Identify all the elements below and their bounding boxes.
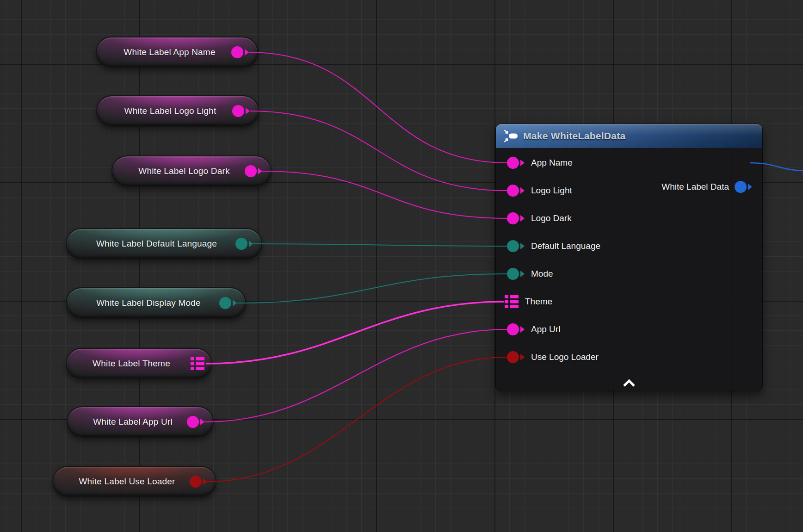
pin-arrow bbox=[246, 108, 250, 114]
variable-node-label: White Label Display Mode bbox=[96, 298, 201, 308]
input-pin-label: Logo Light bbox=[531, 186, 572, 196]
pin-dot bbox=[187, 416, 199, 428]
pin-arrow bbox=[249, 241, 253, 247]
pin-icon[interactable] bbox=[507, 185, 525, 197]
make-whitelabeldata-node[interactable]: Make WhiteLabelData White Label Data App… bbox=[496, 124, 762, 391]
input-pin-label: Mode bbox=[531, 269, 553, 279]
pin-icon[interactable] bbox=[507, 157, 525, 169]
variable-node-label: White Label Theme bbox=[93, 359, 170, 369]
output-pin-row: White Label Data bbox=[661, 173, 752, 201]
pin-dot bbox=[219, 297, 231, 309]
variable-node-white-label-app-url[interactable]: White Label App Url bbox=[67, 406, 214, 438]
pin-icon[interactable] bbox=[187, 416, 204, 428]
input-pin-row-default-language: Default Language bbox=[496, 232, 762, 260]
pin-arrow bbox=[203, 478, 207, 485]
output-pin-label: White Label Data bbox=[661, 182, 729, 192]
variable-node-label: White Label Logo Light bbox=[124, 106, 216, 116]
wire[interactable] bbox=[250, 111, 507, 191]
pin-icon[interactable] bbox=[507, 212, 525, 224]
blueprint-graph-canvas[interactable]: White Label App Name White Label Logo Li… bbox=[0, 0, 803, 532]
input-pin-row-app-url: App Url bbox=[496, 315, 762, 343]
input-pin-label: App Name bbox=[531, 158, 573, 168]
variable-node-white-label-display-mode[interactable]: White Label Display Mode bbox=[66, 287, 246, 319]
pin-dot bbox=[232, 105, 244, 117]
pin-dot bbox=[507, 212, 519, 224]
pin-dot bbox=[235, 238, 247, 250]
pin-dot bbox=[507, 323, 519, 335]
input-pin-label: Logo Dark bbox=[531, 213, 572, 223]
pin-dot bbox=[507, 268, 519, 280]
pin-icon[interactable] bbox=[507, 323, 525, 335]
input-pin-row-use-logo-loader: Use Logo Loader bbox=[496, 343, 762, 371]
map-pin-icon[interactable] bbox=[505, 295, 519, 309]
wire[interactable] bbox=[206, 302, 504, 364]
pin-arrow bbox=[520, 354, 525, 360]
wire[interactable] bbox=[249, 52, 507, 163]
pin-arrow bbox=[200, 419, 204, 425]
variable-node-white-label-use-loader[interactable]: White Label Use Loader bbox=[52, 466, 216, 497]
wire[interactable] bbox=[253, 244, 507, 246]
variable-node-label: White Label Logo Dark bbox=[138, 166, 229, 176]
variable-node-white-label-logo-dark[interactable]: White Label Logo Dark bbox=[111, 155, 272, 187]
pin-icon[interactable] bbox=[245, 165, 262, 177]
variable-node-label: White Label Use Loader bbox=[79, 476, 175, 487]
pin-arrow bbox=[520, 326, 525, 333]
variable-node-label: White Label App Url bbox=[93, 417, 173, 427]
pin-arrow bbox=[520, 160, 525, 166]
pin-arrow bbox=[520, 243, 525, 249]
chevron-up-icon bbox=[621, 379, 637, 387]
pin-arrow bbox=[520, 187, 525, 194]
variable-node-white-label-logo-light[interactable]: White Label Logo Light bbox=[96, 95, 259, 127]
input-pin-row-logo-dark: Logo Dark bbox=[496, 204, 762, 232]
pin-dot bbox=[190, 476, 202, 488]
wire[interactable] bbox=[207, 357, 507, 482]
pin-icon[interactable] bbox=[219, 297, 237, 309]
input-pin-label: Use Logo Loader bbox=[531, 352, 599, 362]
output-pin[interactable] bbox=[735, 181, 752, 193]
pin-icon[interactable] bbox=[235, 238, 253, 250]
wire[interactable] bbox=[204, 329, 507, 422]
variable-node-white-label-app-name[interactable]: White Label App Name bbox=[96, 37, 258, 68]
input-pin-row-mode: Mode bbox=[496, 260, 762, 288]
pin-dot bbox=[507, 157, 519, 169]
wire[interactable] bbox=[237, 274, 507, 303]
pin-arrow bbox=[520, 215, 525, 222]
variable-node-white-label-default-language[interactable]: White Label Default Language bbox=[66, 228, 262, 260]
pin-icon[interactable] bbox=[507, 351, 525, 363]
variable-node-label: White Label Default Language bbox=[96, 239, 217, 249]
pin-arrow bbox=[245, 49, 249, 56]
input-pin-row-theme: Theme bbox=[496, 288, 762, 315]
wire[interactable] bbox=[262, 171, 507, 218]
pin-dot bbox=[231, 46, 243, 58]
pin-dot bbox=[507, 240, 519, 252]
pin-icon[interactable] bbox=[232, 105, 250, 117]
pin-icon[interactable] bbox=[507, 240, 525, 252]
pin-icon[interactable] bbox=[231, 46, 249, 58]
input-pin-row-app-name: App Name bbox=[496, 149, 762, 177]
pin-arrow bbox=[233, 300, 237, 306]
input-pin-label: Default Language bbox=[531, 241, 600, 251]
make-node-header[interactable]: Make WhiteLabelData bbox=[496, 124, 762, 148]
pin-dot bbox=[245, 165, 257, 177]
variable-node-label: White Label App Name bbox=[124, 47, 215, 57]
input-pin-label: App Url bbox=[531, 324, 560, 334]
pin-arrow bbox=[258, 168, 262, 174]
make-struct-icon bbox=[503, 130, 518, 142]
make-node-title: Make WhiteLabelData bbox=[523, 130, 626, 142]
pin-icon[interactable] bbox=[507, 268, 525, 280]
map-pin-icon[interactable] bbox=[191, 357, 204, 371]
pin-arrow bbox=[520, 271, 525, 277]
variable-node-white-label-theme[interactable]: White Label Theme bbox=[66, 348, 212, 379]
pin-icon[interactable] bbox=[190, 476, 207, 488]
input-pin-label: Theme bbox=[525, 297, 552, 307]
pin-dot bbox=[507, 351, 519, 363]
collapse-node-button[interactable] bbox=[617, 378, 642, 388]
pin-dot bbox=[507, 185, 519, 197]
